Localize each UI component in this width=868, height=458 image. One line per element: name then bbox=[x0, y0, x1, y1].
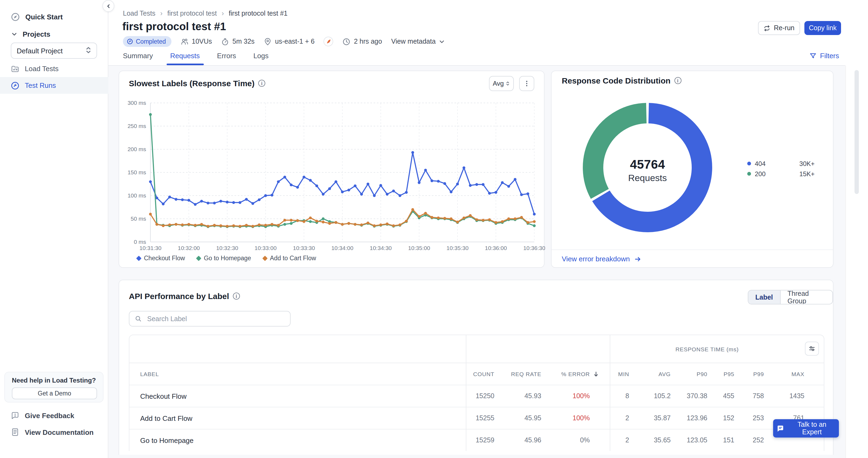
cell-req_rate: 45.95 bbox=[494, 414, 541, 422]
app-window: Quick Start Projects Default Project Loa… bbox=[0, 0, 868, 458]
column-header-p99[interactable]: P99 bbox=[734, 371, 764, 377]
donut-center: 45764 Requests bbox=[604, 157, 691, 184]
column-header-p90[interactable]: P90 bbox=[671, 371, 707, 377]
svg-text:100 ms: 100 ms bbox=[127, 192, 146, 199]
row-label: Go to Homepage bbox=[129, 436, 466, 444]
column-divider bbox=[610, 335, 610, 451]
legend-item[interactable]: Go to Homepage bbox=[197, 255, 251, 261]
svg-text:0 ms: 0 ms bbox=[134, 239, 146, 245]
help-card-title: Need help in Load Testing? bbox=[12, 377, 96, 384]
chevron-down-icon bbox=[438, 38, 445, 45]
funnel-icon bbox=[809, 52, 817, 60]
svg-text:10:31:30: 10:31:30 bbox=[140, 245, 161, 251]
table-row[interactable]: Add to Cart Flow1525545.95100%235.87123.… bbox=[129, 407, 824, 429]
response-code-card: Response Code Distribution i 45764 Reque… bbox=[551, 71, 834, 268]
view-metadata-button[interactable]: View metadata bbox=[391, 38, 445, 45]
wrench-circle-icon bbox=[11, 81, 20, 90]
clock-icon bbox=[343, 37, 351, 45]
column-header-req-rate[interactable]: REQ RATE bbox=[494, 371, 541, 377]
cell-error: 100% bbox=[541, 392, 590, 400]
cell-error: 100% bbox=[541, 414, 590, 422]
column-header-max[interactable]: MAX bbox=[764, 371, 804, 377]
svg-text:250 ms: 250 ms bbox=[127, 123, 146, 129]
folder-check-icon bbox=[11, 64, 20, 73]
cell-avg: 35.87 bbox=[629, 414, 671, 422]
toggle-thread-group[interactable]: Thread Group bbox=[780, 290, 832, 304]
project-select[interactable]: Default Project bbox=[11, 42, 97, 59]
chat-icon bbox=[776, 424, 784, 432]
breadcrumb-load-tests[interactable]: Load Tests bbox=[123, 10, 155, 17]
column-header-p95[interactable]: P95 bbox=[707, 371, 734, 377]
copy-link-button[interactable]: Copy link bbox=[804, 21, 841, 35]
column-settings-button[interactable] bbox=[805, 341, 819, 356]
talk-to-expert-button[interactable]: Talk to an Expert bbox=[773, 419, 839, 437]
legend-item[interactable]: Checkout Flow bbox=[137, 255, 185, 261]
breadcrumb-current: first protocol test #1 bbox=[229, 10, 288, 17]
run-meta-row: Completed 10VUs 5m 32s us-east-1 + 6 bbox=[123, 36, 445, 47]
svg-text:150 ms: 150 ms bbox=[127, 169, 146, 175]
table-row[interactable]: Go to Homepage1525945.960%235.65123.0515… bbox=[129, 429, 824, 451]
svg-text:10:34:00: 10:34:00 bbox=[331, 245, 353, 251]
donut-legend-item[interactable]: 20015K+ bbox=[747, 169, 815, 179]
cell-p90: 370.38 bbox=[671, 392, 707, 400]
sidebar-item-load-tests[interactable]: Load Tests bbox=[0, 60, 108, 77]
repeat-icon bbox=[764, 25, 771, 32]
column-header-avg[interactable]: AVG bbox=[629, 371, 671, 377]
tab-logs[interactable]: Logs bbox=[253, 52, 269, 65]
svg-text:10:35:00: 10:35:00 bbox=[408, 245, 430, 251]
sidebar-section-projects[interactable]: Projects bbox=[11, 30, 51, 38]
table-row[interactable]: Checkout Flow1525045.93100%8105.2370.384… bbox=[129, 385, 824, 407]
cell-min: 8 bbox=[610, 392, 629, 400]
column-header-label[interactable]: LABEL bbox=[129, 371, 466, 377]
column-header-count[interactable]: COUNT bbox=[466, 371, 494, 377]
cell-p99: 252 bbox=[734, 436, 764, 444]
column-divider bbox=[466, 335, 466, 451]
sliders-icon bbox=[808, 345, 816, 352]
sidebar-item-test-runs[interactable]: Test Runs bbox=[0, 77, 108, 94]
breadcrumb-separator: › bbox=[160, 10, 162, 17]
users-icon bbox=[180, 37, 188, 45]
get-a-demo-button[interactable]: Get a Demo bbox=[12, 387, 97, 399]
rerun-button[interactable]: Re-run bbox=[758, 21, 800, 35]
search-icon bbox=[135, 315, 142, 322]
total-requests-value: 45764 bbox=[604, 157, 691, 172]
sidebar-item-view-documentation[interactable]: View Documentation bbox=[11, 428, 94, 436]
tab-errors[interactable]: Errors bbox=[217, 52, 236, 65]
tab-requests[interactable]: Requests bbox=[170, 52, 200, 65]
svg-text:200 ms: 200 ms bbox=[127, 146, 146, 152]
view-error-breakdown-link[interactable]: View error breakdown bbox=[562, 255, 642, 263]
filters-button[interactable]: Filters bbox=[809, 52, 839, 60]
help-card: Need help in Load Testing? Get a Demo bbox=[4, 372, 103, 402]
cell-p95: 151 bbox=[707, 436, 734, 444]
info-icon[interactable]: i bbox=[233, 293, 240, 300]
svg-text:10:33:00: 10:33:00 bbox=[254, 245, 277, 251]
donut-legend-item[interactable]: 40430K+ bbox=[747, 158, 815, 169]
cell-p95: 152 bbox=[707, 414, 734, 422]
breadcrumb-test[interactable]: first protocol test bbox=[167, 10, 217, 17]
sidebar-item-give-feedback[interactable]: Give Feedback bbox=[11, 411, 74, 420]
tab-bar: Summary Requests Errors Logs bbox=[123, 52, 269, 65]
sidebar-item-label: Test Runs bbox=[25, 81, 56, 90]
column-header--error[interactable]: % ERROR bbox=[541, 371, 590, 377]
sidebar-collapse-button[interactable] bbox=[102, 0, 114, 12]
scrollbar-thumb[interactable] bbox=[855, 70, 859, 194]
svg-text:10:34:30: 10:34:30 bbox=[370, 245, 392, 251]
tab-summary[interactable]: Summary bbox=[123, 52, 153, 65]
cell-p99: 758 bbox=[734, 392, 764, 400]
cell-count: 15255 bbox=[466, 414, 494, 422]
legend-label: Go to Homepage bbox=[204, 255, 251, 261]
toggle-label[interactable]: Label bbox=[748, 290, 780, 304]
cell-error: 0% bbox=[541, 436, 590, 444]
sidebar-item-quick-start[interactable]: Quick Start bbox=[11, 12, 63, 22]
response-time-line-chart[interactable]: 10:31:3010:32:0010:32:3010:33:0010:33:30… bbox=[119, 71, 545, 254]
map-pin-icon bbox=[264, 37, 272, 45]
cell-req_rate: 45.93 bbox=[494, 392, 541, 400]
svg-text:10:35:30: 10:35:30 bbox=[446, 245, 468, 251]
chevron-up-down-icon bbox=[85, 46, 92, 55]
search-label-input[interactable] bbox=[146, 315, 285, 323]
sort-descending-icon[interactable] bbox=[592, 370, 610, 378]
response-time-group-label: RESPONSE TIME (ms) bbox=[610, 346, 804, 352]
column-header-min[interactable]: MIN bbox=[610, 371, 629, 377]
svg-text:50 ms: 50 ms bbox=[131, 216, 146, 222]
legend-item[interactable]: Add to Cart Flow bbox=[263, 255, 316, 261]
